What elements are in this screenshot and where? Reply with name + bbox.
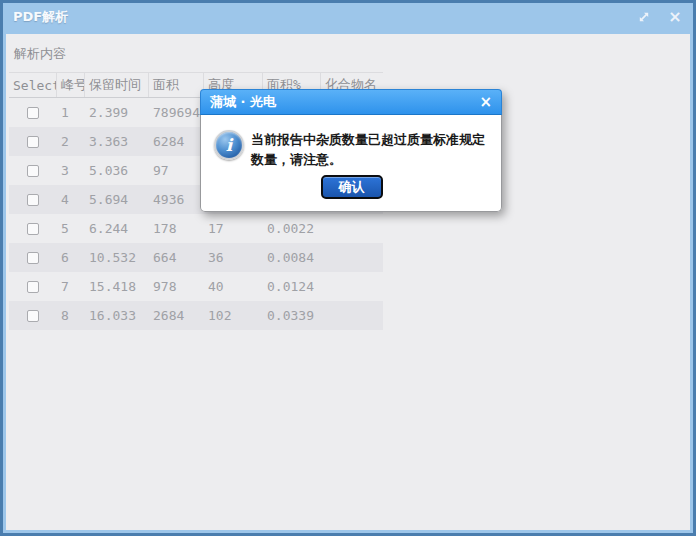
cell-retention: 5.694: [85, 192, 149, 207]
row-checkbox[interactable]: [27, 107, 39, 119]
table-row: 5 6.244 178 17 0.0022: [9, 214, 383, 243]
cell-select: [9, 107, 57, 119]
cell-peak: 2: [57, 134, 85, 149]
cell-select: [9, 136, 57, 148]
cell-retention: 16.033: [85, 308, 149, 323]
cell-peak: 7: [57, 279, 85, 294]
cell-area-pct: 0.0339: [263, 308, 321, 323]
cell-peak: 8: [57, 308, 85, 323]
close-icon[interactable]: ×: [667, 9, 683, 25]
row-checkbox[interactable]: [27, 252, 39, 264]
cell-retention: 5.036: [85, 163, 149, 178]
row-checkbox[interactable]: [27, 194, 39, 206]
cell-area: 4936: [149, 192, 204, 207]
cell-peak: 4: [57, 192, 85, 207]
table-row: 7 15.418 978 40 0.0124: [9, 272, 383, 301]
expand-icon[interactable]: [636, 9, 652, 25]
header-area: 面积: [149, 73, 204, 97]
cell-area: 664: [149, 250, 204, 265]
cell-area: 178: [149, 221, 204, 236]
dialog-body: i 当前报告中杂质数量已超过质量标准规定数量，请注意。 确认: [200, 115, 502, 212]
info-icon: i: [214, 130, 244, 160]
dialog-titlebar: 蒲城 · 光电 ×: [200, 89, 502, 115]
cell-height: 40: [204, 279, 263, 294]
cell-select: [9, 223, 57, 235]
cell-peak: 1: [57, 105, 85, 120]
cell-area-pct: 0.0022: [263, 221, 321, 236]
cell-area: 6284: [149, 134, 204, 149]
cell-height: 102: [204, 308, 263, 323]
cell-area: 7896944: [149, 105, 204, 120]
window-titlebar: PDF解析 ×: [3, 3, 693, 31]
cell-select: [9, 310, 57, 322]
dialog-message-row: i 当前报告中杂质数量已超过质量标准规定数量，请注意。: [214, 130, 489, 170]
cell-select: [9, 281, 57, 293]
cell-area: 97: [149, 163, 204, 178]
header-peak: 峰号: [57, 73, 85, 97]
dialog-title: 蒲城 · 光电: [210, 93, 276, 111]
cell-select: [9, 252, 57, 264]
header-retention: 保留时间: [85, 73, 149, 97]
cell-retention: 2.399: [85, 105, 149, 120]
row-checkbox[interactable]: [27, 165, 39, 177]
header-select: Select: [9, 73, 57, 97]
alert-dialog: 蒲城 · 光电 × i 当前报告中杂质数量已超过质量标准规定数量，请注意。 确认: [200, 89, 502, 212]
cell-height: 17: [204, 221, 263, 236]
row-checkbox[interactable]: [27, 136, 39, 148]
window-title: PDF解析: [13, 8, 68, 26]
row-checkbox[interactable]: [27, 310, 39, 322]
cell-peak: 6: [57, 250, 85, 265]
table-row: 6 10.532 664 36 0.0084: [9, 243, 383, 272]
cell-retention: 6.244: [85, 221, 149, 236]
dialog-message: 当前报告中杂质数量已超过质量标准规定数量，请注意。: [251, 130, 489, 170]
cell-height: 36: [204, 250, 263, 265]
cell-select: [9, 165, 57, 177]
cell-peak: 3: [57, 163, 85, 178]
cell-retention: 10.532: [85, 250, 149, 265]
dialog-close-icon[interactable]: ×: [479, 95, 492, 110]
titlebar-icons: ×: [636, 9, 683, 25]
cell-retention: 3.363: [85, 134, 149, 149]
cell-peak: 5: [57, 221, 85, 236]
confirm-button[interactable]: 确认: [321, 175, 383, 199]
cell-retention: 15.418: [85, 279, 149, 294]
cell-area-pct: 0.0084: [263, 250, 321, 265]
row-checkbox[interactable]: [27, 281, 39, 293]
cell-area: 978: [149, 279, 204, 294]
cell-select: [9, 194, 57, 206]
section-label: 解析内容: [6, 34, 690, 72]
row-checkbox[interactable]: [27, 223, 39, 235]
pdf-analysis-window: PDF解析 × 解析内容 Select 峰号 保留时间 面积 高度 面积% 化: [0, 0, 696, 536]
cell-area-pct: 0.0124: [263, 279, 321, 294]
table-row: 8 16.033 2684 102 0.0339: [9, 301, 383, 330]
cell-area: 2684: [149, 308, 204, 323]
